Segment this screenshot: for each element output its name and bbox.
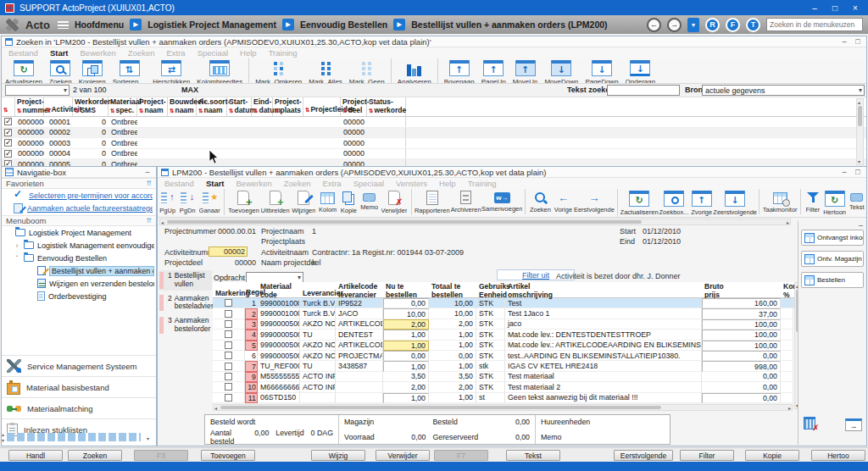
order-line-row[interactable]: 6 9990000500 AKZO NOBEL PROJECTMATERIAAL… <box>213 351 794 361</box>
breadcrumb-arrow-icon[interactable] <box>130 19 142 30</box>
tool-taakmonitor[interactable]: Taakmonitor <box>759 189 798 214</box>
column-header[interactable]: Status- werkorde <box>367 97 406 116</box>
tool-ganaar[interactable]: Ganaar <box>198 189 222 215</box>
menu-item[interactable]: Bestand <box>164 179 194 188</box>
record-selector-dropdown[interactable] <box>5 85 70 96</box>
back-button[interactable]: ← <box>647 18 661 32</box>
tool-sorteren[interactable]: Sorteren ... <box>109 58 150 84</box>
order-line-row[interactable]: 7 TU_REF0001 TU 3438587 1,00 1,00 stk IG… <box>213 361 794 371</box>
row-checkbox[interactable] <box>225 363 232 370</box>
tool-hertoon[interactable]: Hertoon <box>822 189 848 217</box>
nu-te-bestellen-cell[interactable]: 1,00 <box>383 393 429 403</box>
step-aanmaken-besteladvies[interactable]: 2 Aanmaken besteladvies <box>159 293 212 313</box>
order-line-row[interactable]: 10 M666666666 ACTO INFORM 2,00 2,00 STK … <box>213 382 794 392</box>
tool-pagedown[interactable]: PageDown <box>581 58 621 84</box>
activiteitnummer-input[interactable]: 00002 <box>209 247 248 257</box>
handl-button[interactable]: Handl <box>8 450 63 461</box>
column-header[interactable]: Kort % <box>781 282 793 297</box>
module-shortcut-strip[interactable] <box>7 433 141 441</box>
tool-movedown[interactable]: MoveDown <box>541 58 581 84</box>
fav-aanmaken-factureerstaatregels[interactable]: Aanmaken actuele factureerstaatregels <box>2 202 156 215</box>
menu-item[interactable]: Extra <box>322 179 341 188</box>
column-header[interactable]: Projectleider <box>303 97 341 116</box>
menu-item[interactable]: Training <box>468 179 497 188</box>
row-checkbox[interactable] <box>225 352 232 359</box>
bron-dropdown[interactable]: actuele gegevens <box>702 85 865 96</box>
tekst-button[interactable]: Tekst <box>506 450 560 461</box>
menu-item[interactable]: Vensters <box>396 179 427 188</box>
maximize-button[interactable]: □ <box>853 168 863 176</box>
nu-te-bestellen-cell[interactable]: 1,00 <box>383 341 429 351</box>
tool-mark-geen[interactable]: Mark_Geen <box>346 58 388 84</box>
column-header[interactable] <box>2 97 15 116</box>
row-checkbox[interactable] <box>4 150 12 158</box>
menu-item[interactable]: Help <box>240 48 257 58</box>
table-row[interactable]: 00000000 00002 0 Ontbreekt 00000 <box>2 128 866 139</box>
order-line-row[interactable]: 3 9990000500 AKZO NOBEL ARTIKELCODE 2,00… <box>213 319 794 330</box>
sort-icon[interactable] <box>3 105 8 114</box>
breadcrumb-arrow-icon[interactable] <box>393 19 405 30</box>
row-checkbox[interactable] <box>225 320 232 328</box>
column-header[interactable]: Totaal te bestellen <box>429 282 476 297</box>
crumb-eenvoudig-bestellen[interactable]: Eenvoudig Bestellen <box>282 19 387 30</box>
order-line-row[interactable]: 2 9990001000 Turck B.V. JACO 10,00 10,00… <box>213 308 794 319</box>
ontvangst-inkoop-button[interactable]: Ontvangst inkoop <box>801 230 864 246</box>
minimize-button[interactable]: – <box>839 168 849 176</box>
row-checkbox[interactable] <box>225 299 232 307</box>
tool-pgup[interactable]: PgUp <box>158 189 177 215</box>
collapse-icon[interactable]: ⇈ <box>146 180 152 187</box>
nu-te-bestellen-cell[interactable]: 2,00 <box>383 319 429 330</box>
next-page-button[interactable]: → <box>845 418 862 431</box>
module-service-management[interactable]: Service Management Systeem <box>2 355 156 376</box>
hertoo-button[interactable]: Hertoo <box>811 450 865 461</box>
bestellen-button[interactable]: Bestellen <box>801 272 864 288</box>
row-checkbox[interactable] <box>225 310 232 318</box>
tool-mark-alles[interactable]: Mark_Alles <box>305 58 346 84</box>
tool-pageup[interactable]: PageUp <box>478 58 509 84</box>
tool-zvorige[interactable]: Zvorige <box>689 189 714 217</box>
expander-icon[interactable]: ˇ <box>14 254 20 263</box>
nu-te-bestellen-cell[interactable]: 2,00 <box>383 382 429 392</box>
scrollbar-thumb[interactable] <box>858 106 862 126</box>
navbox-minimize-button[interactable]: – <box>142 168 153 176</box>
row-checkbox[interactable] <box>225 341 232 349</box>
module-materiaalmatching[interactable]: Materiaalmatching <box>2 397 156 418</box>
column-header[interactable]: Project- nummer <box>15 97 44 116</box>
app-maximize-button[interactable]: □ <box>827 3 843 13</box>
order-line-row[interactable]: 1 9990001000 Turck B.V. IP9522 0,00 10,0… <box>213 298 794 308</box>
tool-eerstvolgende[interactable]: Eerstvolgende <box>574 189 614 214</box>
column-header[interactable]: Markering <box>213 282 245 297</box>
menu-item[interactable]: Speciaal <box>198 48 228 58</box>
row-checkbox[interactable] <box>4 129 12 136</box>
tool-mark-omkeren[interactable]: Mark_Omkeren <box>248 58 305 84</box>
history-dropdown-button[interactable]: ▼ <box>687 18 699 32</box>
module-materiaal-basisbestand[interactable]: Materiaal basisbestand <box>2 376 156 397</box>
fav-selecteren-pre-termijnen[interactable]: Selecteren pre-termijnen voor accorderin… <box>2 189 156 202</box>
collapse-icon[interactable]: ⇈ <box>146 217 152 224</box>
tool-actualiseren[interactable]: Actualiseren <box>2 58 46 84</box>
eerstvolgende-button[interactable]: Eerstvolgende <box>614 450 673 461</box>
toolbar-scrollbar[interactable] <box>159 219 791 225</box>
tool-analyseren[interactable]: Analyseren <box>391 58 435 84</box>
f7-button[interactable]: F7 <box>434 450 488 461</box>
order-line-row[interactable]: 4 9990000500 TU DENTEST 1,00 1,00 STK Ma… <box>213 330 794 340</box>
menu-item[interactable]: Training <box>269 48 298 58</box>
menu-search-input[interactable] <box>766 18 863 31</box>
menuboom-header[interactable]: Menuboom⇈ <box>2 215 156 226</box>
nu-te-bestellen-cell[interactable]: 10,00 <box>383 308 429 319</box>
order-line-row[interactable]: 5 9990000500 AKZO NOBEL ARTIKELCODE 1,00… <box>213 341 794 351</box>
tool-rapporteren[interactable]: Rapporteren <box>411 189 450 215</box>
column-header[interactable]: Project- naam <box>137 97 168 116</box>
verwijder-button[interactable]: Verwijder <box>376 450 430 461</box>
column-header[interactable]: Werkorder- SMS <box>73 97 108 116</box>
tool-zoekbox[interactable]: Zoekbox... <box>659 189 690 217</box>
nu-te-bestellen-cell[interactable]: 0,00 <box>383 351 429 361</box>
column-header[interactable]: Gebruiks Eenheid <box>476 282 505 297</box>
column-header[interactable]: Project- plaats <box>273 97 303 116</box>
tool-zactualiseren[interactable]: Zactualiseren <box>617 189 659 217</box>
row-checkbox[interactable] <box>225 330 232 338</box>
column-header[interactable]: Bruto prijs <box>702 282 781 297</box>
expander-icon[interactable]: › <box>14 241 20 250</box>
nav-f-button[interactable]: F <box>726 18 740 32</box>
tool-kopie[interactable]: Kopie <box>338 189 359 215</box>
